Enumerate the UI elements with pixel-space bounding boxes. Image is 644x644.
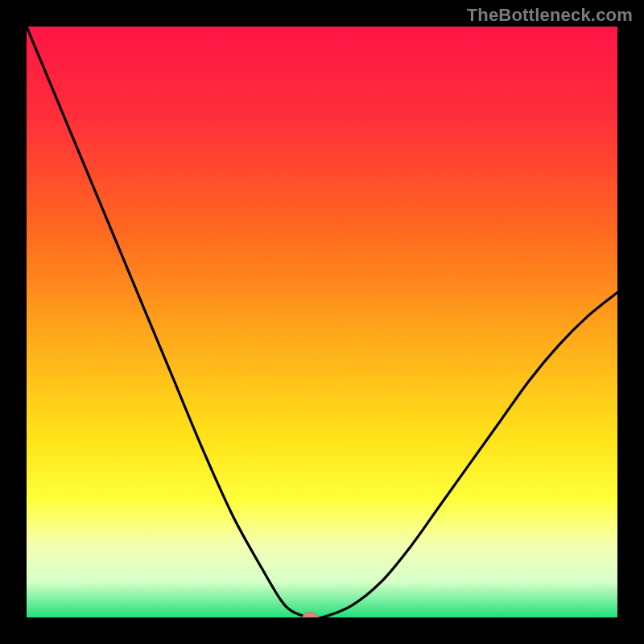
plot-area [27, 27, 617, 617]
gradient-background [27, 27, 617, 617]
chart-frame: TheBottleneck.com [0, 0, 644, 644]
chart-svg [27, 27, 617, 617]
watermark-label: TheBottleneck.com [467, 5, 633, 26]
